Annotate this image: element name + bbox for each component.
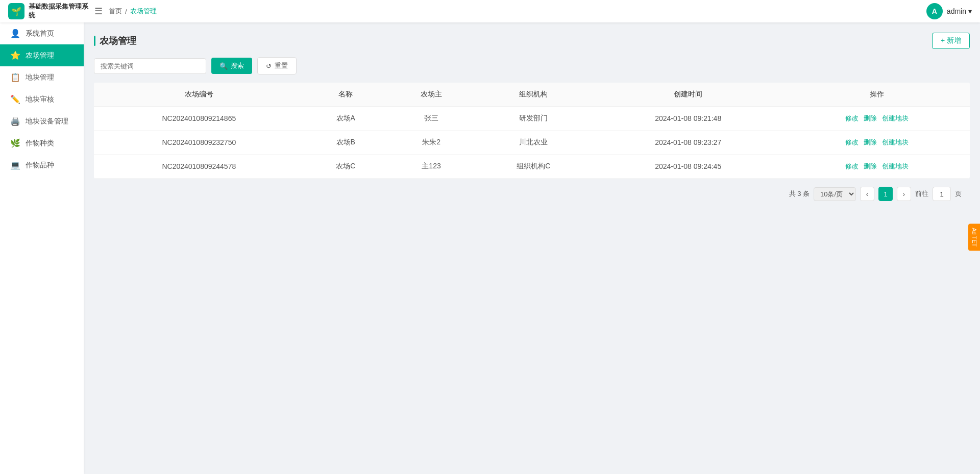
cell-code: NC2024010809214865 [94,107,304,131]
sidebar-item-dashboard[interactable]: 👤 系统首页 [0,22,84,44]
float-badge[interactable]: Ad TET [968,223,980,251]
prev-page-button[interactable]: ‹ [860,187,874,201]
page-header: 农场管理 + 新增 [94,33,970,49]
audit-icon: ✏️ [10,94,20,104]
pagination: 共 3 条 10条/页20条/页50条/页 ‹ 1 › 前往 页 [94,179,970,209]
create-plot-link[interactable]: 创建地块 [882,162,909,171]
sidebar-item-crop-variety[interactable]: 💻 作物品种 [0,154,84,176]
sidebar-item-label: 系统首页 [26,29,54,38]
page-size-select[interactable]: 10条/页20条/页50条/页 [814,187,856,201]
sidebar-item-label: 地块管理 [26,73,54,82]
next-page-button[interactable]: › [897,187,911,201]
total-count: 共 3 条 [789,189,810,198]
cell-owner: 主123 [387,155,475,179]
user-name[interactable]: admin ▾ [947,7,972,15]
cell-name: 农场A [304,107,387,131]
goto-text: 前往 [915,189,928,198]
device-icon: 🖨️ [10,116,20,126]
page-title-bar [94,36,95,46]
cell-code: NC2024010809244578 [94,155,304,179]
sidebar-item-label: 作物品种 [26,161,54,170]
dashboard-icon: 👤 [10,29,20,38]
menu-toggle[interactable]: ☰ [94,6,103,17]
col-actions: 操作 [785,83,970,107]
edit-link[interactable]: 修改 [845,162,859,171]
cell-name: 农场B [304,131,387,155]
user-avatar: A [926,3,943,19]
col-org: 组织机构 [475,83,592,107]
table-row: NC2024010809244578 农场C 主123 组织机构C 2024-0… [94,155,970,179]
breadcrumb-home[interactable]: 首页 [109,7,122,16]
search-bar: 🔍 搜索 ↺ 重置 [94,57,970,74]
plot-icon: 📋 [10,72,20,82]
cell-actions: 修改 删除 创建地块 [785,131,970,155]
breadcrumb: 首页 / 农场管理 [109,7,157,16]
sidebar-item-label: 地块审核 [26,95,54,104]
edit-link[interactable]: 修改 [845,138,859,147]
logo-area: 🌱 基础数据采集管理系 统 [8,3,88,20]
sidebar-item-plot[interactable]: 📋 地块管理 [0,66,84,88]
page-title: 农场管理 [100,35,136,47]
sidebar-item-label: 作物种类 [26,139,54,148]
cell-owner: 朱朱2 [387,131,475,155]
col-name: 名称 [304,83,387,107]
table-row: NC2024010809214865 农场A 张三 研发部门 2024-01-0… [94,107,970,131]
delete-link[interactable]: 删除 [864,162,877,171]
cell-org: 川北农业 [475,131,592,155]
cell-name: 农场C [304,155,387,179]
page-text: 页 [955,189,962,198]
header: 🌱 基础数据采集管理系 统 ☰ 首页 / 农场管理 A admin ▾ [0,0,980,22]
delete-link[interactable]: 删除 [864,114,877,123]
add-button[interactable]: + 新增 [932,33,970,49]
table-header-row: 农场编号 名称 农场主 组织机构 创建时间 操作 [94,83,970,107]
logo-icon: 🌱 [8,3,24,19]
cell-owner: 张三 [387,107,475,131]
col-owner: 农场主 [387,83,475,107]
create-plot-link[interactable]: 创建地块 [882,138,909,147]
breadcrumb-current: 农场管理 [130,7,157,16]
col-created: 创建时间 [592,83,785,107]
create-plot-link[interactable]: 创建地块 [882,114,909,123]
cell-code: NC2024010809232750 [94,131,304,155]
cell-org: 研发部门 [475,107,592,131]
sidebar-item-crop-type[interactable]: 🌿 作物种类 [0,132,84,154]
sidebar-item-label: 地块设备管理 [26,117,68,126]
breadcrumb-separator: / [125,8,127,15]
cell-actions: 修改 删除 创建地块 [785,107,970,131]
logo-text: 基础数据采集管理系 统 [29,3,88,20]
cell-org: 组织机构C [475,155,592,179]
page-jump-input[interactable] [933,187,951,201]
sidebar-item-plot-device[interactable]: 🖨️ 地块设备管理 [0,110,84,132]
sidebar: 👤 系统首页 ⭐ 农场管理 📋 地块管理 ✏️ 地块审核 🖨️ 地块设备管理 🌿… [0,22,84,474]
search-input[interactable] [94,58,206,74]
layout: 👤 系统首页 ⭐ 农场管理 📋 地块管理 ✏️ 地块审核 🖨️ 地块设备管理 🌿… [0,22,980,474]
col-code: 农场编号 [94,83,304,107]
sidebar-item-label: 农场管理 [26,51,54,60]
current-page-button[interactable]: 1 [878,187,893,201]
cell-created: 2024-01-08 09:24:45 [592,155,785,179]
sidebar-item-plot-audit[interactable]: ✏️ 地块审核 [0,88,84,110]
sidebar-item-farm[interactable]: ⭐ 农场管理 [0,44,84,66]
search-icon: 🔍 [219,62,228,70]
crop-variety-icon: 💻 [10,160,20,170]
header-right: A admin ▾ [926,3,972,19]
edit-link[interactable]: 修改 [845,114,859,123]
table-row: NC2024010809232750 农场B 朱朱2 川北农业 2024-01-… [94,131,970,155]
reset-button[interactable]: ↺ 重置 [257,57,297,74]
cell-actions: 修改 删除 创建地块 [785,155,970,179]
page-title-wrap: 农场管理 [94,35,136,47]
chevron-down-icon: ▾ [968,7,972,15]
search-button[interactable]: 🔍 搜索 [211,58,252,74]
delete-link[interactable]: 删除 [864,138,877,147]
header-left: 🌱 基础数据采集管理系 统 ☰ 首页 / 农场管理 [8,3,157,20]
data-table: 农场编号 名称 农场主 组织机构 创建时间 操作 NC2024010809214… [94,83,970,179]
refresh-icon: ↺ [266,62,272,70]
main-content: 农场管理 + 新增 🔍 搜索 ↺ 重置 农场编号 名称 [84,22,980,474]
cell-created: 2024-01-08 09:23:27 [592,131,785,155]
cell-created: 2024-01-08 09:21:48 [592,107,785,131]
farm-icon: ⭐ [10,51,20,60]
crop-type-icon: 🌿 [10,138,20,148]
